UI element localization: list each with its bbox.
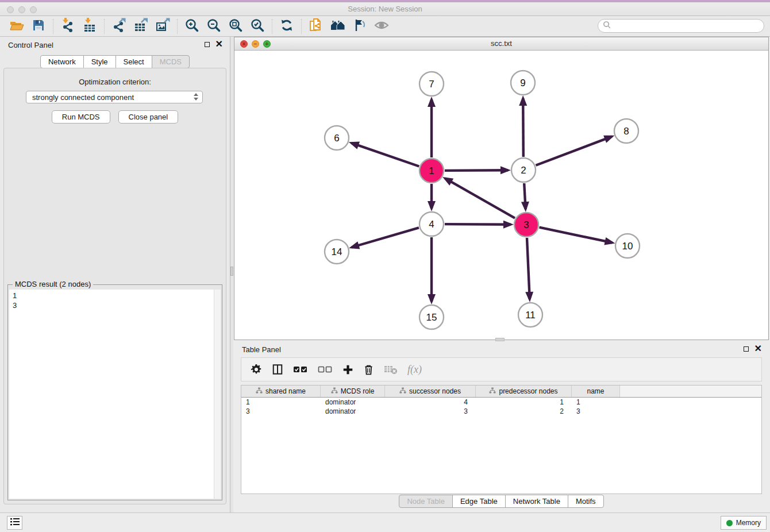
edge-2-9[interactable] — [523, 98, 523, 157]
task-history-button[interactable] — [7, 516, 22, 530]
zoom-selected-button[interactable] — [249, 18, 266, 35]
hide-panel-icon — [374, 18, 389, 35]
unselect-all-columns-button[interactable] — [318, 365, 333, 374]
select-all-columns-icon — [293, 365, 308, 374]
home-button[interactable] — [329, 18, 346, 35]
table-toolbar: f(x) — [241, 357, 762, 381]
tab-motifs[interactable]: Motifs — [568, 495, 604, 508]
table-row[interactable]: 3dominator323 — [241, 407, 761, 416]
titlebar: Session: New Session — [0, 0, 770, 16]
node-4[interactable]: 4 — [419, 212, 444, 236]
network-close-button[interactable]: × — [240, 40, 248, 48]
table-options-button[interactable] — [251, 364, 262, 375]
edge-3-11[interactable] — [527, 238, 530, 299]
export-network-button[interactable] — [110, 18, 128, 35]
tab-edge-table[interactable]: Edge Table — [452, 495, 506, 508]
table-row[interactable]: 1dominator411 — [241, 398, 761, 407]
export-image-button[interactable] — [154, 18, 171, 35]
open-file-button[interactable] — [8, 18, 25, 35]
run-mcds-button[interactable]: Run MCDS — [52, 110, 110, 124]
node-9[interactable]: 9 — [511, 71, 535, 95]
edge-3-1[interactable] — [445, 178, 515, 218]
table-cell[interactable]: dominator — [321, 398, 385, 407]
hide-panel-button[interactable] — [373, 18, 390, 35]
node-6[interactable]: 6 — [325, 126, 349, 150]
node-10[interactable]: 10 — [615, 234, 640, 258]
edge-3-10[interactable] — [540, 228, 613, 243]
table-cell[interactable]: 3 — [241, 407, 321, 416]
annotations-button[interactable] — [351, 18, 368, 35]
node-14[interactable]: 14 — [325, 240, 349, 264]
unselect-all-columns-icon — [318, 365, 333, 374]
node-3[interactable]: 3 — [514, 213, 538, 237]
table-cell[interactable]: 1 — [476, 398, 572, 407]
float-panel-icon[interactable] — [205, 42, 210, 47]
zoom-fit-button[interactable] — [227, 18, 244, 35]
table-cell[interactable]: dominator — [321, 407, 385, 416]
node-1[interactable]: 1 — [419, 159, 444, 183]
close-panel-icon[interactable]: ✕ — [215, 41, 223, 47]
edge-2-8[interactable] — [536, 137, 612, 165]
control-panel: Control Panel ✕ NetworkStyleSelectMCDS O… — [0, 37, 230, 512]
node-7[interactable]: 7 — [419, 72, 444, 96]
table-cell[interactable]: 3 — [385, 407, 476, 416]
apply-function-button[interactable]: f(x) — [407, 364, 422, 376]
node-15[interactable]: 15 — [419, 305, 444, 329]
criterion-dropdown[interactable]: strongly connected component — [26, 91, 203, 103]
edge-4-14[interactable] — [352, 228, 419, 247]
svg-text:14: 14 — [332, 246, 342, 257]
refresh-layout-button[interactable] — [278, 18, 295, 35]
delete-row-button[interactable] — [363, 364, 374, 375]
zoom-in-button[interactable] — [183, 18, 201, 35]
edge-2-3[interactable] — [524, 183, 525, 209]
close-panel-button[interactable]: Close panel — [118, 110, 179, 124]
tab-select[interactable]: Select — [116, 55, 152, 68]
edge-1-6[interactable] — [352, 143, 419, 167]
delete-row-icon — [363, 364, 374, 375]
import-network-button[interactable] — [59, 18, 76, 35]
column-header-shared-name[interactable]: shared name — [241, 385, 321, 397]
mcds-result-scrollbar[interactable] — [214, 290, 221, 499]
search-input[interactable] — [614, 21, 759, 30]
tab-network-table[interactable]: Network Table — [505, 495, 568, 508]
table-cell[interactable]: 3 — [572, 407, 620, 416]
column-header-mcds-role[interactable]: MCDS role — [321, 385, 385, 397]
tab-mcds[interactable]: MCDS — [152, 55, 190, 68]
table-cell[interactable]: 1 — [572, 398, 620, 407]
search-box[interactable] — [598, 19, 764, 33]
table-cell[interactable]: 1 — [241, 398, 321, 407]
close-table-panel-icon[interactable]: ✕ — [754, 346, 762, 352]
clone-network-button[interactable] — [307, 18, 325, 35]
network-maximize-button[interactable]: + — [263, 40, 271, 48]
network-minimize-button[interactable]: − — [252, 40, 259, 48]
save-session-button[interactable] — [30, 18, 47, 35]
network-canvas[interactable]: 7968124314101511 — [234, 51, 768, 340]
tab-style[interactable]: Style — [83, 55, 116, 68]
table-toolbar-buttons — [251, 364, 398, 375]
select-all-columns-button[interactable] — [293, 365, 308, 374]
mcds-result-text[interactable]: 1 3 — [9, 290, 214, 499]
save-session-icon — [31, 18, 46, 35]
tab-node-table[interactable]: Node Table — [399, 495, 453, 508]
node-8[interactable]: 8 — [614, 119, 638, 143]
column-header-predecessor-nodes[interactable]: predecessor nodes — [476, 385, 572, 397]
edge-1-2[interactable] — [445, 170, 508, 171]
show-columns-button[interactable] — [272, 364, 283, 375]
table-cell[interactable]: 4 — [385, 398, 476, 407]
table-cell[interactable]: 2 — [476, 407, 572, 416]
column-header-successor-nodes[interactable]: successor nodes — [385, 385, 476, 397]
delete-table-button[interactable] — [384, 364, 398, 375]
tab-network[interactable]: Network — [40, 55, 84, 68]
add-row-button[interactable] — [342, 364, 353, 375]
float-table-panel-icon[interactable] — [744, 346, 749, 352]
memory-button[interactable]: Memory — [721, 516, 767, 530]
zoom-out-button[interactable] — [205, 18, 222, 35]
node-11[interactable]: 11 — [518, 303, 542, 327]
column-header-name[interactable]: name — [572, 385, 620, 397]
network-canvas-svg[interactable]: 7968124314101511 — [234, 51, 768, 340]
svg-text:3: 3 — [523, 219, 529, 230]
node-2[interactable]: 2 — [511, 158, 536, 182]
edge-4-3[interactable] — [445, 224, 511, 225]
import-table-button[interactable] — [81, 18, 98, 35]
export-table-button[interactable] — [132, 18, 149, 35]
